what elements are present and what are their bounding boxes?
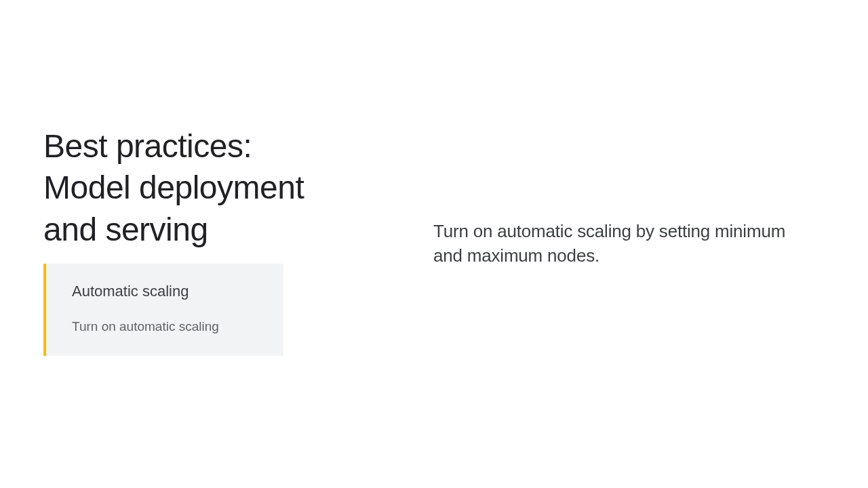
heading-line-1: Best practices: (43, 128, 252, 164)
heading-line-3: and serving (43, 211, 208, 247)
left-column: Best practices: Model deployment and ser… (43, 125, 369, 356)
slide-container: Best practices: Model deployment and ser… (0, 0, 868, 488)
heading-line-2: Model deployment (43, 169, 304, 205)
body-text: Turn on automatic scaling by setting min… (433, 220, 800, 268)
callout-title: Automatic scaling (72, 283, 263, 300)
callout-card: Automatic scaling Turn on automatic scal… (43, 264, 283, 356)
slide-heading: Best practices: Model deployment and ser… (43, 125, 369, 250)
callout-subtitle: Turn on automatic scaling (72, 319, 263, 334)
right-column: Turn on automatic scaling by setting min… (433, 220, 800, 268)
